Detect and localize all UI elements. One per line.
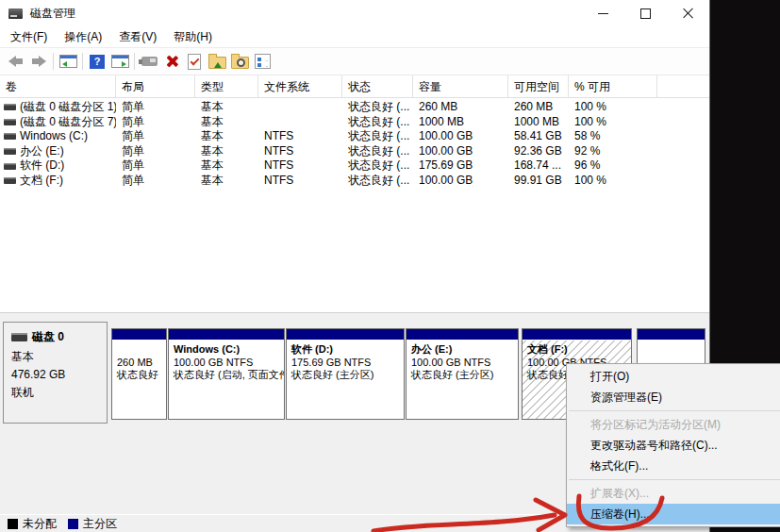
cell-volume: Windows (C:) xyxy=(0,129,116,144)
column-header-capacity[interactable]: 容量 xyxy=(413,75,508,97)
cell-free: 92.36 GB xyxy=(508,144,569,159)
partition-status: 状态良好 xyxy=(117,369,166,382)
menu-file[interactable]: 文件(F) xyxy=(2,27,56,47)
toolbar-separator xyxy=(53,53,54,70)
close-button[interactable] xyxy=(667,0,709,26)
partition-status: 状态良好 (主分区) xyxy=(291,369,404,382)
cell-filesystem: NTFS xyxy=(258,174,342,189)
properties-button[interactable] xyxy=(251,51,274,72)
column-header-volume[interactable]: 卷 xyxy=(0,75,116,97)
cell-capacity: 175.69 GB xyxy=(413,158,508,174)
context-menu-item-shrink-volume[interactable]: 压缩卷(H)... xyxy=(567,504,780,524)
drive-icon xyxy=(4,163,16,170)
partition-block-windows-c[interactable]: Windows (C:) 100.00 GB NTFS 状态良好 (启动, 页面… xyxy=(168,328,285,420)
drive-icon xyxy=(4,148,16,155)
menu-action[interactable]: 操作(A) xyxy=(56,27,110,47)
disk-management-app-icon xyxy=(8,8,23,19)
cell-percent-free: 58 % xyxy=(569,129,657,144)
forward-button[interactable] xyxy=(27,51,50,72)
cell-volume: 软件 (D:) xyxy=(0,158,116,174)
delete-volume-button[interactable] xyxy=(160,51,183,72)
cell-free: 168.74 ... xyxy=(508,158,569,174)
partition-color-bar xyxy=(523,329,631,341)
help-icon: ? xyxy=(90,55,105,69)
context-menu-item-extend-volume: 扩展卷(X)... xyxy=(567,483,780,504)
console-tree-button[interactable] xyxy=(57,51,79,72)
cell-type: 基本 xyxy=(195,115,258,130)
context-menu-item-mark-active: 将分区标记为活动分区(M) xyxy=(567,414,780,435)
properties-list-icon xyxy=(255,54,271,69)
menu-view[interactable]: 查看(V) xyxy=(110,27,165,47)
drive-icon xyxy=(4,133,16,140)
action-pane-button[interactable] xyxy=(108,51,131,72)
cell-filesystem: NTFS xyxy=(258,158,342,174)
back-icon xyxy=(8,56,24,67)
cell-layout: 简单 xyxy=(116,158,195,174)
cell-type: 基本 xyxy=(195,129,258,144)
volume-list: 卷 布局 类型 文件系统 状态 容量 可用空间 % 可用 (磁盘 0 磁盘分区 … xyxy=(0,75,709,312)
volume-row-d[interactable]: 软件 (D:) 简单 基本 NTFS 状态良好 (... 175.69 GB 1… xyxy=(0,158,709,174)
volume-row-partition7[interactable]: (磁盘 0 磁盘分区 7) 简单 基本 状态良好 (... 1000 MB 10… xyxy=(0,115,709,130)
context-menu-separator xyxy=(569,479,780,480)
cell-layout: 简单 xyxy=(116,174,195,189)
column-header-status[interactable]: 状态 xyxy=(342,75,413,97)
volume-row-e[interactable]: 办公 (E:) 简单 基本 NTFS 状态良好 (... 100.00 GB 9… xyxy=(0,144,709,159)
minimize-button[interactable] xyxy=(582,0,624,26)
partition-block-system[interactable]: 260 MB 状态良好 xyxy=(111,328,167,420)
partition-size: 175.69 GB NTFS xyxy=(291,357,404,370)
column-header-filesystem[interactable]: 文件系统 xyxy=(258,75,342,97)
column-header-percent-free[interactable]: % 可用 xyxy=(569,75,657,97)
cell-status: 状态良好 (... xyxy=(342,129,413,144)
cell-filesystem: NTFS xyxy=(258,144,342,159)
column-header-filler xyxy=(657,75,709,97)
device-button[interactable] xyxy=(138,51,160,72)
partition-block-e[interactable]: 办公 (E:) 100.00 GB NTFS 状态良好 (主分区) xyxy=(406,328,519,420)
context-menu-separator xyxy=(569,410,780,411)
maximize-button[interactable] xyxy=(624,0,667,26)
menu-help[interactable]: 帮助(H) xyxy=(165,27,221,47)
window-title: 磁盘管理 xyxy=(30,6,75,22)
context-menu-item-format[interactable]: 格式化(F)... xyxy=(567,456,780,476)
cell-capacity: 1000 MB xyxy=(413,115,508,130)
maximize-icon xyxy=(640,8,651,19)
context-menu-item-open[interactable]: 打开(O) xyxy=(567,366,780,387)
cell-free: 58.41 GB xyxy=(508,129,569,144)
toolbar-separator xyxy=(134,53,135,70)
cell-volume: (磁盘 0 磁盘分区 1) xyxy=(0,100,116,115)
disk-status: 联机 xyxy=(4,385,107,401)
check-volume-button[interactable] xyxy=(183,51,206,72)
partition-block-d[interactable]: 软件 (D:) 175.69 GB NTFS 状态良好 (主分区) xyxy=(286,328,405,420)
partition-status: 状态良好 (主分区) xyxy=(411,369,518,382)
column-header-free-space[interactable]: 可用空间 xyxy=(508,75,569,97)
disk-type: 基本 xyxy=(4,349,107,365)
context-menu-item-change-drive-letter[interactable]: 更改驱动器号和路径(C)... xyxy=(567,435,780,456)
cell-filesystem xyxy=(258,100,342,115)
column-header-layout[interactable]: 布局 xyxy=(116,75,195,97)
legend-unallocated: 未分配 xyxy=(23,516,57,532)
cell-percent-free: 100 % xyxy=(569,115,657,130)
disk-icon xyxy=(11,333,27,341)
open-folder-button[interactable] xyxy=(206,51,228,72)
cell-status: 状态良好 (... xyxy=(342,174,413,189)
cell-type: 基本 xyxy=(195,100,258,115)
volume-row-windows-c[interactable]: Windows (C:) 简单 基本 NTFS 状态良好 (... 100.00… xyxy=(0,129,709,144)
cell-status: 状态良好 (... xyxy=(342,158,413,174)
drive-icon xyxy=(4,119,16,125)
partition-color-bar xyxy=(638,329,705,341)
volume-row-partition1[interactable]: (磁盘 0 磁盘分区 1) 简单 基本 状态良好 (... 260 MB 260… xyxy=(0,100,709,115)
volume-row-f[interactable]: 文档 (F:) 简单 基本 NTFS 状态良好 (... 100.00 GB 9… xyxy=(0,174,709,189)
column-header-type[interactable]: 类型 xyxy=(195,75,258,97)
cell-type: 基本 xyxy=(195,174,258,189)
menu-bar: 文件(F) 操作(A) 查看(V) 帮助(H) xyxy=(0,26,709,47)
back-button[interactable] xyxy=(5,51,27,72)
minimize-icon xyxy=(598,13,608,14)
folder-up-icon xyxy=(208,57,226,69)
cell-volume: (磁盘 0 磁盘分区 7) xyxy=(0,115,116,130)
explore-folder-button[interactable] xyxy=(228,51,251,72)
cell-filesystem: NTFS xyxy=(258,129,342,144)
cell-status: 状态良好 (... xyxy=(342,144,413,159)
cell-volume: 办公 (E:) xyxy=(0,144,116,159)
context-menu-item-explorer[interactable]: 资源管理器(E) xyxy=(567,387,780,407)
disk0-info-panel[interactable]: 磁盘 0 基本 476.92 GB 联机 xyxy=(3,322,108,424)
help-button[interactable]: ? xyxy=(86,51,108,72)
